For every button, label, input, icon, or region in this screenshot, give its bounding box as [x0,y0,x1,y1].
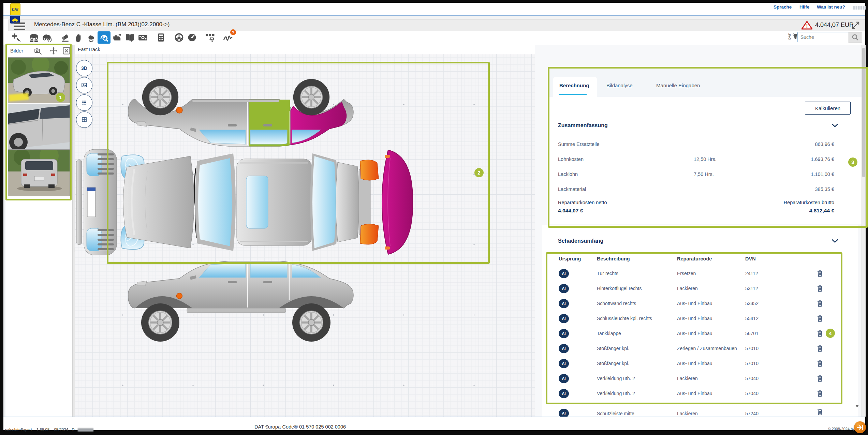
fasttrack-tool-icon[interactable] [98,31,111,44]
app-version: 1.69.08 [36,427,49,432]
cell-dvn: 24112 [745,271,758,276]
origin-ai-badge: AI [559,299,569,308]
col-ursprung: Ursprung [559,256,581,261]
cell-beschreibung: Schutzleiste mitte [597,411,634,416]
redacted-footer-text [78,428,93,432]
hail-damage-icon[interactable] [85,31,98,44]
cell-dvn: 57040 [745,391,759,396]
delete-row-icon[interactable] [817,300,823,307]
right-scrollbar-thumb[interactable] [862,48,865,177]
link-was-ist-neu[interactable]: Was ist neu? [817,4,845,10]
delete-row-icon[interactable] [817,345,823,352]
delete-row-icon[interactable] [817,375,823,382]
cell-reparaturcode: Aus- und Einbau [677,391,712,396]
valuation-photo-icon[interactable] [136,31,149,44]
vehicle-selection-icon[interactable] [28,31,41,44]
zusammenfassung-heading: Zusammenfassung [558,122,608,129]
signature-badge: 9 [230,29,236,35]
photo-thumbnail-2[interactable] [8,104,70,150]
delete-row-icon[interactable] [817,360,823,367]
car-diagram-side-view[interactable] [126,245,361,343]
photos-button[interactable] [76,77,92,93]
add-photo-icon[interactable] [34,47,42,55]
wheel-rim-icon[interactable] [173,31,186,44]
netto-label: Reparaturkosten netto [558,200,607,205]
signature-icon[interactable]: 9 [222,31,235,44]
bilder-panel-header: Bilder [7,45,70,57]
list-icon [80,99,88,107]
delete-row-icon[interactable] [817,315,823,322]
app-name: calculateExpert [5,427,32,432]
link-sprache[interactable]: Sprache [774,4,792,10]
engine-icon[interactable] [111,31,123,44]
svg-text:!: ! [806,23,808,29]
summary-row-value: 863,96 € [815,141,834,147]
hand-icon[interactable] [72,31,85,44]
link-hilfe[interactable]: Hilfe [799,4,809,10]
cell-dvn: 53112 [745,286,758,291]
titlebar-separator [31,20,31,30]
documentation-icon[interactable] [123,31,136,44]
next-step-button[interactable] [854,421,866,433]
delete-row-icon[interactable] [817,390,823,397]
new-edit-icon[interactable] [10,31,23,44]
table-row: AI Verkleidung uth. 2 Aus- und Einbau 57… [546,386,839,401]
origin-ai-badge: AI [559,329,569,338]
search-input[interactable] [797,32,849,42]
dat-paint-label: DAT [788,33,791,40]
zusammenfassung-rows: Summe Ersatzteile 863,96 € Lohnkosten 12… [558,137,834,197]
search-button[interactable] [849,32,862,43]
origin-ai-badge: AI [559,284,569,293]
dat-logo-text: DAT [12,7,19,11]
table-row: AI Stoßfänger kpl. Zerlegen / Zusammenba… [546,341,839,356]
cell-beschreibung: Hinterkotflügel rechts [597,286,642,291]
delete-row-icon[interactable] [817,285,823,292]
modules-settings-icon[interactable] [204,31,217,44]
col-reparaturcode: Reparaturcode [677,256,712,261]
eraser-icon[interactable] [59,31,72,44]
hamburger-menu-icon[interactable] [14,21,25,32]
photo-thumbnail-1[interactable] [8,57,70,103]
cell-beschreibung: Tankklappe [597,331,621,336]
fasttrack-header: FastTrack [75,45,535,54]
delete-row-icon[interactable] [817,330,823,337]
collapse-zusammenfassung-icon[interactable] [832,123,838,127]
grid-icon [80,116,88,124]
collapse-schadensumfang-icon[interactable] [832,239,838,243]
cell-reparaturcode: Aus- und Einbau [677,301,712,306]
close-panel-icon[interactable] [63,47,70,55]
kalkulieren-button[interactable]: Kalkulieren [805,102,851,115]
view-3d-button[interactable]: 3D [76,60,92,76]
photo-thumbnail-3[interactable] [8,150,70,196]
delete-row-icon[interactable] [817,408,823,416]
delete-row-icon[interactable] [817,270,823,277]
schadensumfang-heading: Schadensumfang [558,238,603,244]
cell-beschreibung: Tür rechts [597,271,618,276]
scroll-down-arrow[interactable] [855,405,859,407]
cell-dvn: 57240 [745,411,759,416]
dat-logo: DAT [10,3,20,24]
cell-reparaturcode: Ersetzen [677,271,696,276]
cell-dvn: 56701 [745,331,759,336]
cell-reparaturcode: Lackieren [677,286,698,291]
tab-bildanalyse[interactable]: Bildanalyse [606,82,633,88]
vehicle-title: Mercedes-Benz C -Klasse Lim. (BM 203)(02… [34,21,170,28]
table-row: AI Stoßfänger kpl. Aus- und Einbau 57010 [546,356,839,371]
tab-manuelle-eingaben[interactable]: Manuelle Eingaben [656,82,700,88]
tab-berechnung[interactable]: Berechnung [553,77,597,97]
speedometer-icon[interactable] [186,31,198,44]
list-view-button[interactable] [76,94,92,111]
cell-reparaturcode: Aus- und Einbau [677,331,712,336]
netto-value: 4.044,07 € [558,208,583,214]
car-diagram-top-view[interactable] [76,147,451,257]
grid-view-button[interactable] [76,111,92,128]
maximize-icon[interactable] [851,21,860,30]
cell-beschreibung: Schottwand rechts [597,301,636,306]
vehicle-settings-icon[interactable] [41,31,54,44]
origin-ai-badge: AI [559,374,569,383]
move-panel-icon[interactable] [50,47,57,55]
brutto-value: 4.812,44 € [809,208,834,214]
summary-row: Summe Ersatzteile 863,96 € [558,137,834,152]
calculator-icon[interactable] [155,31,167,44]
view-3d-label: 3D [81,65,87,71]
